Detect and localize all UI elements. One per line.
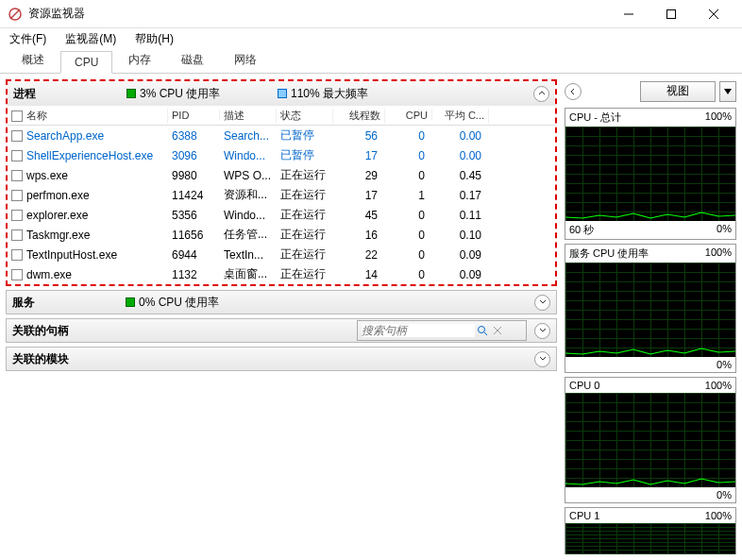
table-row[interactable]: Taskmgr.exe 11656任务管...正在运行 1600.10 <box>8 225 555 245</box>
tab-network[interactable]: 网络 <box>220 47 271 73</box>
cpu-usage-label: 3% CPU 使用率 <box>140 86 220 102</box>
collapse-processes-button[interactable] <box>533 86 549 102</box>
col-status[interactable]: 状态 <box>277 109 333 123</box>
modules-header[interactable]: 关联的模块 <box>6 347 557 371</box>
graph-max: 100% <box>705 510 732 521</box>
graph-title: 服务 CPU 使用率 <box>569 246 649 261</box>
menu-help[interactable]: 帮助(H) <box>131 29 177 49</box>
row-checkbox[interactable] <box>11 170 23 181</box>
processes-table: 名称 PID 描述 状态 线程数 CPU 平均 C... SearchApp.e… <box>8 106 555 284</box>
table-row[interactable]: explorer.exe 5356Windo...正在运行 4500.11 <box>8 205 555 225</box>
handles-searchbox <box>357 320 527 341</box>
menu-monitor[interactable]: 监视器(M) <box>61 29 120 49</box>
graph-2: CPU 0100% 0% <box>565 377 736 503</box>
graph-0: CPU - 总计100% 60 秒0% <box>565 108 736 240</box>
graph-max: 100% <box>705 110 732 125</box>
side-panel: 视图 CPU - 总计100% 60 秒0%服务 CPU 使用率100% 0%C… <box>563 74 742 560</box>
row-checkbox[interactable] <box>11 190 23 201</box>
cpu-freq-icon <box>278 89 287 98</box>
menubar: 文件(F) 监视器(M) 帮助(H) <box>0 28 742 49</box>
graph-foot-left: 60 秒 <box>569 223 594 237</box>
side-expand-button[interactable] <box>565 83 582 100</box>
graph-1: 服务 CPU 使用率100% 0% <box>565 244 736 373</box>
tabbar: 概述 CPU 内存 磁盘 网络 <box>0 49 742 74</box>
close-button[interactable] <box>692 0 734 28</box>
search-input[interactable] <box>362 324 475 337</box>
menu-file[interactable]: 文件(F) <box>6 29 50 49</box>
tab-memory[interactable]: 内存 <box>114 47 165 73</box>
services-usage-icon <box>126 297 135 307</box>
table-row[interactable]: SearchApp.exe 6388Search...已暂停 5600.00 <box>8 126 555 145</box>
graph-3: CPU 1100% <box>565 507 736 554</box>
graph-foot-right: 0% <box>717 359 732 370</box>
cpu-usage-icon <box>126 89 136 98</box>
view-button[interactable]: 视图 <box>640 81 716 102</box>
maximize-button[interactable] <box>649 0 692 28</box>
col-avg[interactable]: 平均 C... <box>432 109 489 123</box>
row-checkbox[interactable] <box>11 210 23 221</box>
row-checkbox[interactable] <box>11 249 23 261</box>
table-row[interactable]: wps.exe 9980WPS O...正在运行 2900.45 <box>8 165 555 185</box>
svg-line-5 <box>709 9 718 19</box>
app-icon <box>8 7 23 22</box>
services-header[interactable]: 服务 0% CPU 使用率 <box>6 290 557 314</box>
search-icon[interactable] <box>475 325 490 336</box>
window-title: 资源监视器 <box>28 6 607 22</box>
handles-title: 关联的句柄 <box>12 323 69 339</box>
col-name[interactable]: 名称 <box>8 109 168 123</box>
clear-search-icon[interactable] <box>490 325 505 336</box>
graph-title: CPU 1 <box>569 510 599 521</box>
row-checkbox[interactable] <box>11 150 23 161</box>
graph-foot-right: 0% <box>717 223 732 237</box>
graph-title: CPU - 总计 <box>569 110 621 125</box>
graph-title: CPU 0 <box>569 380 599 391</box>
minimize-button[interactable] <box>607 0 649 28</box>
svg-rect-3 <box>666 9 675 18</box>
table-row[interactable]: perfmon.exe 11424资源和...正在运行 1710.17 <box>8 185 555 205</box>
col-desc[interactable]: 描述 <box>220 109 277 123</box>
col-cpu[interactable]: CPU <box>385 110 432 121</box>
expand-handles-button[interactable] <box>534 323 550 339</box>
svg-marker-10 <box>724 89 732 94</box>
graph-foot-right: 0% <box>717 489 732 501</box>
col-threads[interactable]: 线程数 <box>333 109 385 123</box>
cpu-freq-label: 110% 最大频率 <box>291 86 368 102</box>
handles-header[interactable]: 关联的句柄 <box>6 318 557 343</box>
processes-panel-highlight: 进程 3% CPU 使用率 110% 最大频率 名称 PID 描述 状态 线程数… <box>6 79 557 286</box>
table-row[interactable]: TextInputHost.exe 6944TextIn...正在运行 2200… <box>8 245 555 264</box>
tab-cpu[interactable]: CPU <box>60 51 112 74</box>
checkbox-all[interactable] <box>11 110 23 122</box>
graph-max: 100% <box>705 380 732 391</box>
graph-max: 100% <box>705 246 732 261</box>
modules-title: 关联的模块 <box>12 351 126 367</box>
svg-point-0 <box>9 8 21 20</box>
row-checkbox[interactable] <box>11 130 23 142</box>
view-dropdown-button[interactable] <box>719 81 736 102</box>
expand-services-button[interactable] <box>534 295 550 311</box>
svg-line-4 <box>709 9 718 19</box>
svg-point-6 <box>479 327 485 333</box>
processes-title: 进程 <box>13 86 126 102</box>
processes-header[interactable]: 进程 3% CPU 使用率 110% 最大频率 <box>8 81 555 106</box>
col-pid[interactable]: PID <box>168 110 220 121</box>
table-row[interactable]: ShellExperienceHost.exe 3096Windo...已暂停 … <box>8 145 555 165</box>
table-row[interactable]: dwm.exe 1132桌面窗...正在运行 1400.09 <box>8 264 555 284</box>
titlebar: 资源监视器 <box>0 0 742 28</box>
svg-line-7 <box>484 332 487 335</box>
row-checkbox[interactable] <box>11 269 23 280</box>
expand-modules-button[interactable] <box>534 351 550 367</box>
row-checkbox[interactable] <box>11 229 23 241</box>
services-title: 服务 <box>12 295 126 311</box>
svg-line-1 <box>10 9 20 19</box>
table-header: 名称 PID 描述 状态 线程数 CPU 平均 C... <box>8 106 555 126</box>
tab-overview[interactable]: 概述 <box>8 47 59 73</box>
services-usage-label: 0% CPU 使用率 <box>139 295 219 311</box>
tab-disk[interactable]: 磁盘 <box>167 47 218 73</box>
